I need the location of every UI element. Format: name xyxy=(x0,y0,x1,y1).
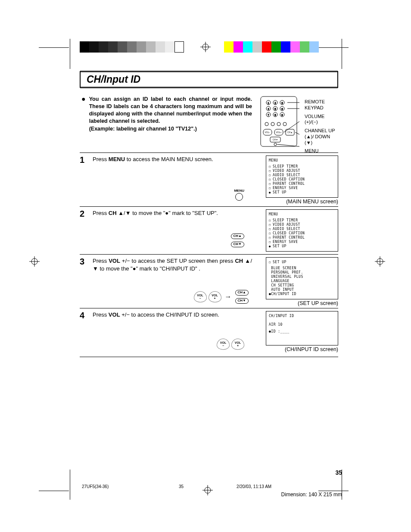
svg-text:7: 7 xyxy=(268,114,269,116)
footer-fileinfo: 27UF5(34-36) 35 2/20/03, 11:13 AM xyxy=(82,484,271,489)
main-menu-screen: MENU SLEEP TIMERVIDEO ADJUSTAUDIO SELECT… xyxy=(266,156,338,198)
svg-line-47 xyxy=(295,132,299,134)
svg-point-31 xyxy=(265,122,268,126)
svg-text:8: 8 xyxy=(274,114,276,116)
svg-text:6: 6 xyxy=(281,108,283,110)
step-number: 1 xyxy=(80,156,88,205)
registration-mark-icon xyxy=(200,42,211,52)
bullet-icon: ● xyxy=(81,96,86,132)
crop-mark xyxy=(318,491,349,491)
svg-point-34 xyxy=(283,122,286,126)
crop-mark xyxy=(318,47,349,48)
svg-text:CH▼: CH▼ xyxy=(273,138,278,141)
remote-diagram: 1 2 3 4 5 6 7 8 9 xyxy=(257,96,338,148)
remote-label-channel: CHANNEL UP (▲)/ DOWN (▼) xyxy=(305,128,338,146)
ch-down-button: CH▼ xyxy=(231,242,244,247)
crop-mark xyxy=(70,470,70,500)
ch-up-button: CH▲ xyxy=(235,290,249,296)
svg-point-32 xyxy=(271,122,274,126)
page-number: 35 xyxy=(335,469,342,476)
chinput-screen: CH/INPUT ID AIR 10 ●ID :____ xyxy=(266,311,338,345)
crop-mark xyxy=(39,47,69,48)
main-menu-screen-2: MENU SLEEP TIMERVIDEO ADJUSTAUDIO SELECT… xyxy=(266,209,338,252)
crop-mark xyxy=(39,491,69,491)
step-1-instruction: Press MENU to access the MAIN MENU scree… xyxy=(93,156,252,163)
vol-plus-button: VOL+ xyxy=(231,339,244,350)
svg-text:3: 3 xyxy=(281,102,283,104)
svg-line-48 xyxy=(277,144,299,146)
vol-minus-button: VOL− xyxy=(217,339,230,350)
screen-caption: (MAIN MENU screen) xyxy=(266,199,338,205)
svg-point-33 xyxy=(277,122,280,126)
svg-rect-12 xyxy=(261,96,297,146)
remote-label-volume: VOLUME (+)/(−) xyxy=(305,114,338,126)
vol-plus-button: VOL+ xyxy=(209,291,221,302)
section-title: CH/Input ID xyxy=(87,74,333,85)
screen-caption: (SET UP screen) xyxy=(266,300,338,306)
arrow-right-icon: → xyxy=(225,292,232,302)
crop-mark xyxy=(70,39,70,69)
registration-mark-icon xyxy=(29,256,40,267)
ch-up-button: CH▲ xyxy=(231,233,244,239)
svg-text:CH▲: CH▲ xyxy=(287,131,293,134)
step-number: 2 xyxy=(80,209,88,252)
svg-text:1: 1 xyxy=(268,102,269,104)
dimension-note: Dimension: 140 X 215 mm xyxy=(281,492,342,498)
svg-text:4: 4 xyxy=(268,108,269,110)
setup-screen: SET UP BLUE SCREEN PERSONAL PREF. UNIVER… xyxy=(266,257,338,299)
crop-mark xyxy=(342,39,342,69)
intro-text: You can assign an ID label to each chann… xyxy=(89,96,252,125)
svg-point-43 xyxy=(274,143,277,146)
section-title-box: CH/Input ID xyxy=(80,71,338,88)
menu-button-label: MENU xyxy=(234,189,244,193)
step-2-instruction: Press CH ▲/▼ to move the "●" mark to "SE… xyxy=(93,209,252,217)
screen-caption: (CH/INPUT ID screen) xyxy=(266,346,338,352)
grayscale-bar xyxy=(80,41,184,53)
step-3-instruction: Press VOL +/− to access the SET UP scree… xyxy=(93,257,252,272)
step-number: 4 xyxy=(80,311,88,352)
color-bar xyxy=(224,41,319,53)
vol-minus-button: VOL− xyxy=(194,291,207,302)
registration-mark-icon xyxy=(375,256,385,267)
step-4-instruction: Press VOL +/− to access the CH/INPUT ID … xyxy=(93,311,252,319)
svg-text:2: 2 xyxy=(274,102,276,104)
menu-button-icon xyxy=(235,193,243,201)
svg-text:9: 9 xyxy=(281,114,283,116)
svg-text:VOL−: VOL− xyxy=(265,131,271,134)
remote-label-menu: MENU xyxy=(305,148,338,154)
intro-example: (Example: labeling air channel 10 "TV12"… xyxy=(89,126,252,132)
remote-label-keypad: REMOTE KEYPAD xyxy=(305,99,338,111)
svg-text:5: 5 xyxy=(274,108,276,110)
ch-down-button: CH▼ xyxy=(235,298,249,304)
svg-text:VOL+: VOL+ xyxy=(276,131,282,134)
step-number: 3 xyxy=(80,257,88,306)
